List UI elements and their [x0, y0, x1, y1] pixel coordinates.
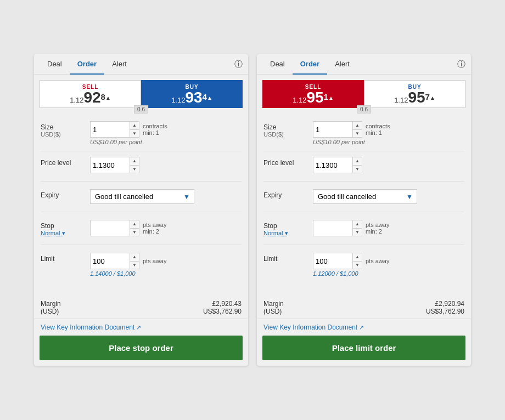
- cta-button-0[interactable]: Place stop order: [40, 336, 243, 360]
- stop-unit-0: pts away: [143, 222, 166, 228]
- limit-label-1: Limit: [263, 253, 313, 263]
- size-row-0: Size USD($) ▲ ▼ contracts min: 1: [41, 121, 242, 151]
- limit-input-wrap-1[interactable]: ▲ ▼: [313, 253, 362, 269]
- stop-normal-link-0[interactable]: Normal ▾: [41, 230, 90, 237]
- size-input-wrap-1[interactable]: ▲ ▼: [313, 121, 362, 138]
- view-doc-link-1[interactable]: View Key Information Document ↗: [263, 323, 464, 331]
- stop-normal-link-1[interactable]: Normal ▾: [263, 230, 313, 237]
- price-level-spin-1: ▲ ▼: [352, 157, 362, 173]
- margin-values-0: £2,920.43 US$3,762.90: [203, 300, 242, 315]
- info-icon-0[interactable]: ⓘ: [234, 59, 243, 70]
- form-body-0: Size USD($) ▲ ▼ contracts min: 1: [34, 111, 248, 297]
- limit-note-0: 1.14000 / $1,000: [90, 270, 242, 277]
- buy-button-0[interactable]: BUY 1.12934▲: [141, 80, 243, 108]
- size-unit-0: contracts: [143, 123, 167, 129]
- tab-deal-1[interactable]: Deal: [262, 54, 293, 75]
- sell-small-0: 8: [101, 92, 105, 101]
- stop-up-0[interactable]: ▲: [130, 220, 139, 229]
- price-level-input-wrap-1[interactable]: ▲ ▼: [313, 157, 362, 173]
- size-min-0: min: 1: [143, 129, 167, 136]
- stop-row-1: Stop Normal ▾ ▲ ▼ pts away min: 2: [263, 220, 464, 245]
- price-level-up-0[interactable]: ▲: [130, 157, 139, 166]
- size-input-1[interactable]: [313, 126, 352, 134]
- tab-alert-1[interactable]: Alert: [327, 54, 357, 75]
- limit-spin-0: ▲ ▼: [130, 253, 139, 269]
- buy-prefix-1: 1.12: [394, 96, 408, 104]
- cta-button-1[interactable]: Place limit order: [262, 336, 465, 360]
- size-input-wrap-0[interactable]: ▲ ▼: [90, 121, 139, 138]
- margin-row-1: Margin (USD) £2,920.94 US$3,762.90: [257, 297, 471, 319]
- stop-min-0: min: 2: [143, 228, 166, 235]
- stop-spin-1: ▲ ▼: [352, 220, 362, 236]
- limit-up-1[interactable]: ▲: [353, 253, 362, 262]
- size-input-0[interactable]: [91, 126, 130, 134]
- tab-order-1[interactable]: Order: [293, 54, 327, 75]
- price-level-spin-0: ▲ ▼: [130, 157, 139, 173]
- sell-arrow-1: ▲: [328, 95, 334, 101]
- sell-arrow-0: ▲: [105, 95, 111, 101]
- info-icon-1[interactable]: ⓘ: [457, 59, 465, 70]
- size-down-0[interactable]: ▼: [130, 130, 139, 138]
- price-level-up-1[interactable]: ▲: [353, 157, 362, 166]
- buy-arrow-0: ▲: [207, 95, 212, 101]
- limit-up-0[interactable]: ▲: [130, 253, 139, 262]
- stop-label-0: Stop Normal ▾: [41, 220, 90, 237]
- tab-order-0[interactable]: Order: [70, 54, 104, 75]
- stop-up-1[interactable]: ▲: [353, 220, 362, 229]
- stop-min-1: min: 2: [366, 228, 389, 235]
- limit-unit-0: pts away: [143, 258, 166, 264]
- margin-row-0: Margin (USD) £2,920.43 US$3,762.90: [34, 297, 248, 319]
- limit-down-0[interactable]: ▼: [130, 262, 139, 269]
- tab-deal-0[interactable]: Deal: [40, 54, 70, 75]
- limit-row-1: Limit ▲ ▼ pts away 1.12000 / $1,000: [263, 253, 464, 285]
- expiry-select-1[interactable]: Good till cancelled Good for day Good ti…: [313, 189, 417, 204]
- size-row-1: Size USD($) ▲ ▼ contracts min: 1: [263, 121, 464, 151]
- stop-input-1[interactable]: [313, 224, 352, 232]
- expiry-select-wrap-0[interactable]: Good till cancelled Good for day Good ti…: [90, 189, 194, 204]
- price-level-input-0[interactable]: [91, 161, 130, 169]
- price-level-input-wrap-0[interactable]: ▲ ▼: [90, 157, 139, 173]
- sell-button-0[interactable]: SELL 1.12928▲: [40, 80, 141, 108]
- sell-small-1: 1: [324, 92, 328, 101]
- stop-input-wrap-0[interactable]: ▲ ▼: [90, 220, 139, 236]
- stop-down-0[interactable]: ▼: [130, 229, 139, 236]
- expiry-select-wrap-1[interactable]: Good till cancelled Good for day Good ti…: [313, 189, 417, 204]
- buy-small-0: 4: [203, 92, 207, 101]
- stop-input-wrap-1[interactable]: ▲ ▼: [313, 220, 362, 236]
- limit-down-1[interactable]: ▼: [353, 262, 362, 269]
- tabs-0: DealOrderAlertⓘ: [34, 54, 248, 75]
- limit-unit-1: pts away: [366, 258, 389, 264]
- buy-arrow-1: ▲: [430, 95, 435, 101]
- view-doc-link-0[interactable]: View Key Information Document ↗: [41, 323, 242, 331]
- sell-button-1[interactable]: SELL 1.12951▲: [262, 80, 364, 108]
- sell-value-1: 1.12951▲: [265, 90, 361, 105]
- buy-prefix-0: 1.12: [171, 96, 185, 104]
- stop-label-1: Stop Normal ▾: [263, 220, 313, 237]
- expiry-row-0: Expiry Good till cancelled Good for day …: [41, 189, 242, 212]
- size-up-0[interactable]: ▲: [130, 122, 139, 130]
- stop-row-0: Stop Normal ▾ ▲ ▼ pts away min: 2: [41, 220, 242, 245]
- price-level-down-0[interactable]: ▼: [130, 166, 139, 173]
- limit-note-1: 1.12000 / $1,000: [313, 270, 464, 277]
- buy-button-1[interactable]: BUY 1.12957▲: [364, 80, 465, 108]
- stop-unit-1: pts away: [366, 222, 389, 228]
- tab-alert-0[interactable]: Alert: [104, 54, 134, 75]
- stop-input-0[interactable]: [91, 224, 130, 232]
- sell-big-0: 92: [83, 89, 100, 106]
- panel-left: DealOrderAlertⓘ SELL 1.12928▲ BUY 1.1293…: [34, 54, 248, 366]
- price-level-input-1[interactable]: [313, 161, 352, 169]
- size-down-1[interactable]: ▼: [353, 130, 362, 138]
- limit-input-1[interactable]: [313, 257, 352, 265]
- price-level-down-1[interactable]: ▼: [353, 166, 362, 173]
- price-level-row-0: Price level ▲ ▼: [41, 157, 242, 181]
- per-point-0: US$10.00 per point: [90, 139, 242, 145]
- stop-down-1[interactable]: ▼: [353, 229, 362, 236]
- spread-badge-0: 0.6: [134, 105, 148, 113]
- margin-label-0: Margin (USD): [41, 300, 61, 315]
- expiry-select-0[interactable]: Good till cancelled Good for day Good ti…: [90, 189, 194, 204]
- size-up-1[interactable]: ▲: [353, 122, 362, 130]
- expiry-row-1: Expiry Good till cancelled Good for day …: [263, 189, 464, 212]
- limit-input-0[interactable]: [91, 257, 130, 265]
- limit-input-wrap-0[interactable]: ▲ ▼: [90, 253, 139, 269]
- limit-spin-1: ▲ ▼: [352, 253, 362, 269]
